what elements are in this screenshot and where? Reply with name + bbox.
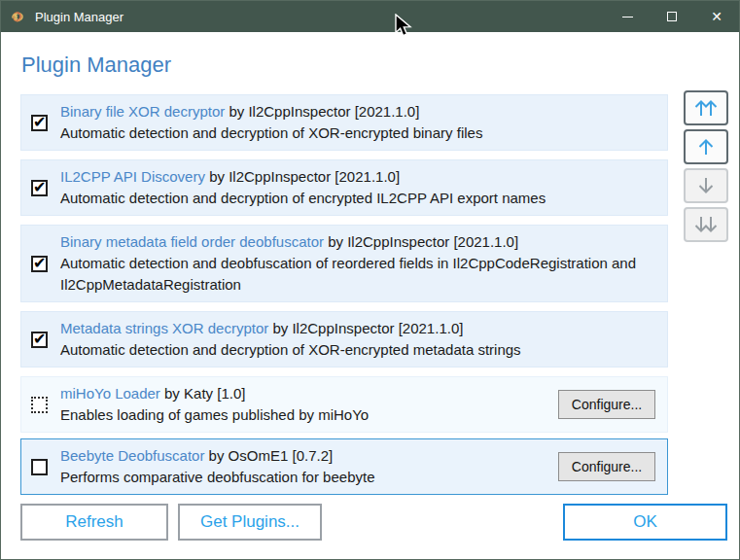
minimize-icon	[622, 17, 633, 18]
window-title: Plugin Manager	[35, 10, 123, 24]
minimize-button[interactable]	[605, 1, 650, 32]
refresh-button[interactable]: Refresh	[20, 504, 168, 541]
plugin-row-metadata-strings-xor-decryptor[interactable]: Metadata strings XOR decryptor by Il2Cpp…	[20, 311, 668, 368]
plugin-description: Automatic detection and deobfuscation of…	[60, 253, 655, 296]
plugin-byline: by Il2CppInspector [2021.1.0]	[328, 233, 518, 250]
close-icon: ✕	[711, 10, 722, 23]
plugin-description: Enables loading of games published by mi…	[60, 404, 546, 426]
plugin-row-mihoyo-loader[interactable]: miHoYo Loader by Katy [1.0] Enables load…	[20, 376, 668, 433]
plugin-name-link[interactable]: IL2CPP API Discovery	[60, 168, 205, 185]
plugin-manager-window: Plugin Manager ✕ Plugin Manager Binary f…	[0, 0, 740, 560]
plugin-text: Binary file XOR decryptor by Il2CppInspe…	[60, 101, 655, 144]
move-up-button[interactable]	[684, 129, 728, 164]
plugin-byline: by OsOmE1 [0.7.2]	[209, 447, 334, 464]
plugin-description: Automatic detection and decryption of XO…	[60, 339, 655, 361]
plugin-row-binary-metadata-field-order-deobfuscator[interactable]: Binary metadata field order deobfuscator…	[20, 225, 668, 302]
maximize-icon	[667, 12, 677, 21]
ok-button[interactable]: OK	[563, 504, 727, 541]
down-arrow-icon	[694, 176, 718, 195]
app-icon	[10, 9, 26, 25]
titlebar: Plugin Manager ✕	[1, 1, 739, 32]
page-title: Plugin Manager	[21, 52, 739, 78]
plugin-name-link[interactable]: Binary metadata field order deobfuscator	[60, 233, 324, 250]
plugin-name-link[interactable]: Binary file XOR decryptor	[60, 103, 225, 120]
plugin-checkbox[interactable]	[31, 397, 48, 413]
plugin-checkbox[interactable]	[31, 180, 48, 196]
plugin-description: Performs comparative deobfuscation for b…	[60, 467, 546, 488]
plugin-name-link[interactable]: Metadata strings XOR decryptor	[60, 320, 268, 336]
close-button[interactable]: ✕	[694, 1, 739, 32]
plugin-text: Metadata strings XOR decryptor by Il2Cpp…	[60, 318, 655, 361]
move-to-bottom-button[interactable]	[684, 207, 728, 242]
plugin-row-beebyte-deobfuscator[interactable]: Beebyte Deobfuscator by OsOmE1 [0.7.2] P…	[20, 438, 668, 495]
plugin-text: miHoYo Loader by Katy [1.0] Enables load…	[60, 383, 546, 426]
plugin-list: Binary file XOR decryptor by Il2CppInspe…	[20, 94, 668, 495]
plugin-checkbox[interactable]	[31, 115, 48, 131]
plugin-checkbox[interactable]	[31, 332, 48, 348]
plugin-text: IL2CPP API Discovery by Il2CppInspector …	[60, 166, 655, 209]
plugin-byline: by Il2CppInspector [2021.1.0]	[209, 168, 400, 185]
plugin-byline: by Il2CppInspector [2021.1.0]	[229, 103, 419, 120]
maximize-button[interactable]	[650, 1, 694, 32]
plugin-text: Binary metadata field order deobfuscator…	[60, 231, 655, 296]
plugin-name-link[interactable]: miHoYo Loader	[60, 385, 160, 402]
configure-button[interactable]: Configure...	[558, 452, 655, 481]
plugin-byline: by Il2CppInspector [2021.1.0]	[272, 320, 463, 336]
get-plugins-button[interactable]: Get Plugins...	[178, 504, 322, 541]
window-controls: ✕	[605, 1, 739, 32]
plugin-name-link[interactable]: Beebyte Deobfuscator	[60, 447, 204, 464]
plugin-checkbox[interactable]	[31, 459, 48, 475]
plugin-byline: by Katy [1.0]	[164, 385, 245, 402]
configure-button[interactable]: Configure...	[558, 390, 655, 419]
move-to-top-button[interactable]	[684, 90, 728, 125]
footer-button-bar: Refresh Get Plugins... OK	[20, 504, 727, 541]
double-down-arrow-icon	[693, 215, 719, 234]
plugin-checkbox[interactable]	[31, 256, 48, 272]
up-arrow-icon	[694, 137, 718, 157]
double-up-arrow-icon	[693, 98, 719, 118]
plugin-description: Automatic detection and decryption of XO…	[60, 122, 655, 144]
plugin-description: Automatic detection and decryption of en…	[60, 188, 655, 209]
reorder-button-column	[684, 90, 728, 242]
plugin-row-il2cpp-api-discovery[interactable]: IL2CPP API Discovery by Il2CppInspector …	[20, 159, 668, 216]
move-down-button[interactable]	[684, 168, 728, 203]
plugin-row-binary-file-xor-decryptor[interactable]: Binary file XOR decryptor by Il2CppInspe…	[20, 94, 668, 151]
plugin-text: Beebyte Deobfuscator by OsOmE1 [0.7.2] P…	[60, 445, 546, 488]
